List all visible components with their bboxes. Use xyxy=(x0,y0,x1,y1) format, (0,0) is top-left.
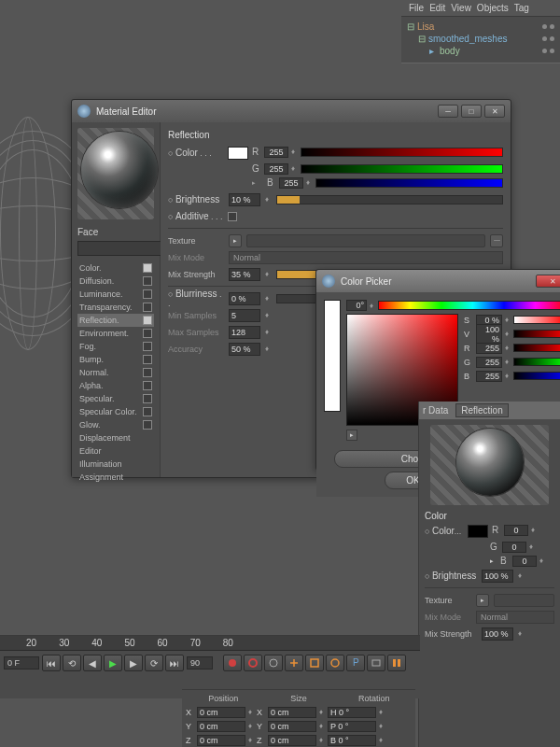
autokey-button[interactable] xyxy=(244,655,262,671)
color-r-input[interactable]: 255 xyxy=(264,147,288,158)
channel-diffusion[interactable]: Diffusion. xyxy=(77,275,154,288)
prev-frame-button[interactable]: ◀ xyxy=(83,655,102,671)
picker-b-slider[interactable] xyxy=(513,372,560,380)
channel-environment[interactable]: Environment. xyxy=(77,327,154,340)
attr-texture-field[interactable] xyxy=(494,594,554,607)
picker-g-slider[interactable] xyxy=(513,358,560,366)
accuracy-input[interactable]: 50 % xyxy=(229,343,260,356)
material-editor-titlebar[interactable]: Material Editor ─ □ ✕ xyxy=(72,100,511,122)
picker-r-input[interactable]: 255 xyxy=(476,343,502,354)
channel-checkbox[interactable] xyxy=(143,303,152,312)
channel-color[interactable]: Color. xyxy=(77,261,154,275)
goto-end-button[interactable]: ⏭ xyxy=(165,655,184,671)
additive-checkbox[interactable] xyxy=(228,212,237,221)
channel-specular[interactable]: Specular. xyxy=(77,392,154,405)
channel-bump[interactable]: Bump. xyxy=(77,353,154,366)
channel-checkbox[interactable] xyxy=(143,420,152,430)
attr-g-input[interactable]: 0 xyxy=(502,542,526,553)
channel-checkbox[interactable] xyxy=(143,276,152,286)
menu-edit[interactable]: Edit xyxy=(429,3,445,13)
picker-current-swatch[interactable] xyxy=(324,300,341,412)
material-preview[interactable] xyxy=(81,132,158,208)
channel-checkbox[interactable] xyxy=(143,316,152,325)
channel-checkbox[interactable] xyxy=(143,381,152,390)
attr-b-input[interactable]: 0 xyxy=(512,556,537,567)
color-b-input[interactable]: 255 xyxy=(279,177,303,189)
key-move-button[interactable] xyxy=(285,655,303,671)
key-selection-button[interactable] xyxy=(264,655,283,671)
key-pla-button[interactable] xyxy=(367,655,385,671)
channel-displacement[interactable]: Displacement xyxy=(77,431,154,444)
channel-assignment[interactable]: Assignment xyxy=(77,471,154,484)
channel-checkbox[interactable] xyxy=(143,329,152,338)
color-b-slider[interactable] xyxy=(315,178,503,188)
maximize-button[interactable]: □ xyxy=(461,105,482,118)
menu-tags[interactable]: Tag xyxy=(514,3,529,13)
channel-alpha[interactable]: Alpha. xyxy=(77,379,154,392)
mixmode-select[interactable]: Normal xyxy=(229,251,503,264)
next-frame-button[interactable]: ▶ xyxy=(124,655,143,671)
channel-checkbox[interactable] xyxy=(143,342,152,351)
channel-normal[interactable]: Normal. xyxy=(77,366,154,379)
close-button[interactable]: ✕ xyxy=(484,105,505,118)
channel-fog[interactable]: Fog. xyxy=(77,340,154,353)
tree-item-child[interactable]: ⊟smoothed_meshes xyxy=(407,33,554,45)
channel-checkbox[interactable] xyxy=(143,263,152,273)
picker-v-slider[interactable] xyxy=(513,330,560,338)
attr-r-input[interactable]: 0 xyxy=(504,525,528,536)
attr-mixmode-select[interactable]: Normal xyxy=(476,611,554,624)
tree-item-root[interactable]: ⊟Lisa xyxy=(407,21,554,33)
blurriness-input[interactable]: 0 % xyxy=(229,292,260,305)
key-scale-button[interactable] xyxy=(305,655,324,671)
channel-luminance[interactable]: Luminance. xyxy=(77,288,154,301)
texture-field[interactable] xyxy=(246,234,485,247)
minsamples-input[interactable]: 5 xyxy=(229,309,260,322)
menu-file[interactable]: File xyxy=(409,3,424,13)
play-button[interactable]: ▶ xyxy=(104,655,122,671)
channel-reflection[interactable]: Reflection. xyxy=(77,314,154,327)
key-all-button[interactable] xyxy=(387,655,406,671)
mixstrength-input[interactable]: 35 % xyxy=(229,268,260,281)
texture-more-button[interactable]: ⋯ xyxy=(490,234,503,247)
channel-checkbox[interactable] xyxy=(143,407,152,416)
attr-tab-reflection[interactable]: Reflection xyxy=(455,403,508,417)
next-key-button[interactable]: ⟳ xyxy=(145,655,163,671)
maxsamples-input[interactable]: 128 xyxy=(229,326,260,339)
frame-start-input[interactable] xyxy=(4,656,39,669)
color-picker-close-button[interactable]: ✕ xyxy=(536,275,560,288)
attr-color-swatch[interactable] xyxy=(468,525,488,538)
channel-glow[interactable]: Glow. xyxy=(77,418,154,431)
key-rotate-button[interactable] xyxy=(326,655,344,671)
brightness-input[interactable]: 10 % xyxy=(229,193,260,206)
picker-b-input[interactable]: 255 xyxy=(476,371,502,382)
color-g-input[interactable]: 255 xyxy=(264,163,288,175)
timeline-ruler[interactable]: 20304050607080 xyxy=(0,636,420,651)
color-expand-icon[interactable]: ▸ xyxy=(252,179,261,187)
key-param-button[interactable]: P xyxy=(346,655,365,671)
channel-specular-color[interactable]: Specular Color. xyxy=(77,405,154,418)
frame-end-input[interactable] xyxy=(187,656,213,669)
goto-start-button[interactable]: ⏮ xyxy=(42,655,61,671)
menu-objects[interactable]: Objects xyxy=(477,3,509,13)
picker-hue-slider[interactable] xyxy=(378,301,560,310)
attr-mixstrength-input[interactable]: 100 % xyxy=(482,627,513,641)
attr-brightness-input[interactable]: 100 % xyxy=(482,570,513,583)
attr-texture-browse[interactable]: ▸ xyxy=(476,594,489,607)
prev-key-button[interactable]: ⟲ xyxy=(63,655,81,671)
channel-checkbox[interactable] xyxy=(143,394,152,403)
color-r-slider[interactable] xyxy=(301,148,503,157)
tree-item-leaf[interactable]: ▸body xyxy=(407,45,554,57)
texture-browse-button[interactable]: ▸ xyxy=(229,234,242,247)
channel-transparency[interactable]: Transparency. xyxy=(77,301,154,314)
channel-checkbox[interactable] xyxy=(143,289,152,299)
record-button[interactable] xyxy=(223,655,242,671)
channel-checkbox[interactable] xyxy=(143,355,152,364)
picker-hue-input[interactable]: 0° xyxy=(346,300,367,311)
color-picker-titlebar[interactable]: Color Picker ✕ xyxy=(316,270,560,292)
attr-preview[interactable] xyxy=(456,429,524,496)
picker-s-slider[interactable] xyxy=(513,316,560,324)
menu-view[interactable]: View xyxy=(451,3,471,13)
channel-checkbox[interactable] xyxy=(143,368,152,377)
color-swatch[interactable] xyxy=(228,147,248,160)
channel-editor[interactable]: Editor xyxy=(77,444,154,458)
